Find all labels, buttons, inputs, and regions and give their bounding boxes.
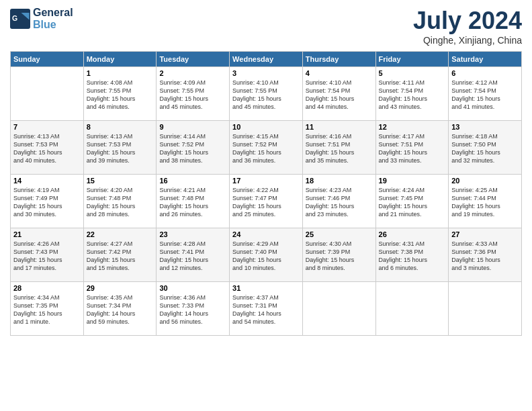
calendar-cell [375,282,449,336]
day-info: Sunrise: 4:10 AM Sunset: 7:55 PM Dayligh… [232,79,300,111]
day-info: Sunrise: 4:08 AM Sunset: 7:55 PM Dayligh… [87,79,154,111]
calendar-cell: 6Sunrise: 4:12 AM Sunset: 7:54 PM Daylig… [449,67,522,121]
calendar-cell: 13Sunrise: 4:18 AM Sunset: 7:50 PM Dayli… [449,121,522,175]
day-number: 19 [379,177,446,185]
calendar-cell: 2Sunrise: 4:09 AM Sunset: 7:55 PM Daylig… [157,67,230,121]
day-info: Sunrise: 4:15 AM Sunset: 7:52 PM Dayligh… [232,132,300,165]
day-info: Sunrise: 4:19 AM Sunset: 7:49 PM Dayligh… [13,186,81,219]
day-number: 24 [232,230,300,238]
day-info: Sunrise: 4:26 AM Sunset: 7:43 PM Dayligh… [13,240,81,273]
calendar-cell: 24Sunrise: 4:29 AM Sunset: 7:40 PM Dayli… [230,228,303,282]
calendar-cell: 18Sunrise: 4:23 AM Sunset: 7:46 PM Dayli… [302,175,375,228]
day-info: Sunrise: 4:20 AM Sunset: 7:48 PM Dayligh… [87,186,154,219]
day-info: Sunrise: 4:28 AM Sunset: 7:41 PM Dayligh… [159,240,226,273]
day-number: 10 [232,123,300,131]
calendar-cell: 20Sunrise: 4:25 AM Sunset: 7:44 PM Dayli… [449,175,522,228]
day-info: Sunrise: 4:34 AM Sunset: 7:35 PM Dayligh… [13,293,81,326]
day-number: 3 [232,69,300,77]
weekday-header-tuesday: Tuesday [157,52,230,67]
calendar-cell: 1Sunrise: 4:08 AM Sunset: 7:55 PM Daylig… [83,67,157,121]
day-info: Sunrise: 4:25 AM Sunset: 7:44 PM Dayligh… [451,186,519,219]
day-number: 30 [159,284,226,292]
day-number: 6 [451,69,519,77]
calendar-cell: 14Sunrise: 4:19 AM Sunset: 7:49 PM Dayli… [11,175,84,228]
day-number: 8 [87,123,154,131]
calendar-cell: 5Sunrise: 4:11 AM Sunset: 7:54 PM Daylig… [375,67,449,121]
calendar-cell: 26Sunrise: 4:31 AM Sunset: 7:38 PM Dayli… [375,228,449,282]
day-info: Sunrise: 4:35 AM Sunset: 7:34 PM Dayligh… [87,293,154,326]
calendar-cell: 17Sunrise: 4:22 AM Sunset: 7:47 PM Dayli… [230,175,303,228]
day-number: 4 [306,69,373,77]
calendar-cell: 16Sunrise: 4:21 AM Sunset: 7:48 PM Dayli… [157,175,230,228]
calendar-week-2: 7Sunrise: 4:13 AM Sunset: 7:53 PM Daylig… [11,121,522,175]
calendar-cell: 30Sunrise: 4:36 AM Sunset: 7:33 PM Dayli… [157,282,230,336]
day-number: 27 [451,230,519,238]
day-number: 17 [232,177,300,185]
calendar-cell: 25Sunrise: 4:30 AM Sunset: 7:39 PM Dayli… [302,228,375,282]
day-info: Sunrise: 4:17 AM Sunset: 7:51 PM Dayligh… [379,132,446,165]
day-number: 11 [306,123,373,131]
day-number: 18 [306,177,373,185]
weekday-header-friday: Friday [375,52,449,67]
day-info: Sunrise: 4:12 AM Sunset: 7:54 PM Dayligh… [451,79,519,111]
day-number: 26 [379,230,446,238]
calendar-cell: 9Sunrise: 4:14 AM Sunset: 7:52 PM Daylig… [157,121,230,175]
logo-icon: G [10,9,30,29]
day-info: Sunrise: 4:14 AM Sunset: 7:52 PM Dayligh… [159,132,226,165]
day-number: 15 [87,177,154,185]
day-number: 5 [379,69,446,77]
calendar-week-3: 14Sunrise: 4:19 AM Sunset: 7:49 PM Dayli… [11,175,522,228]
day-info: Sunrise: 4:37 AM Sunset: 7:31 PM Dayligh… [232,293,300,326]
day-number: 28 [13,284,81,292]
day-info: Sunrise: 4:29 AM Sunset: 7:40 PM Dayligh… [232,240,300,273]
calendar-cell: 11Sunrise: 4:16 AM Sunset: 7:51 PM Dayli… [302,121,375,175]
header: G General Blue July 2024 Qinghe, Xinjian… [10,7,522,46]
calendar-cell: 27Sunrise: 4:33 AM Sunset: 7:36 PM Dayli… [449,228,522,282]
weekday-header-monday: Monday [83,52,157,67]
day-info: Sunrise: 4:13 AM Sunset: 7:53 PM Dayligh… [13,132,81,165]
day-number: 29 [87,284,154,292]
day-number: 21 [13,230,81,238]
day-info: Sunrise: 4:10 AM Sunset: 7:54 PM Dayligh… [306,79,373,111]
calendar-week-1: 1Sunrise: 4:08 AM Sunset: 7:55 PM Daylig… [11,67,522,121]
day-info: Sunrise: 4:11 AM Sunset: 7:54 PM Dayligh… [379,79,446,111]
day-number: 13 [451,123,519,131]
month-title: July 2024 [413,7,522,35]
day-info: Sunrise: 4:23 AM Sunset: 7:46 PM Dayligh… [306,186,373,219]
day-number: 22 [87,230,154,238]
day-number: 20 [451,177,519,185]
location: Qinghe, Xinjiang, China [413,35,522,46]
day-info: Sunrise: 4:30 AM Sunset: 7:39 PM Dayligh… [306,240,373,273]
calendar-week-5: 28Sunrise: 4:34 AM Sunset: 7:35 PM Dayli… [11,282,522,336]
day-info: Sunrise: 4:13 AM Sunset: 7:53 PM Dayligh… [87,132,154,165]
logo-text: General Blue [33,7,73,30]
day-info: Sunrise: 4:22 AM Sunset: 7:47 PM Dayligh… [232,186,300,219]
calendar-cell [11,67,84,121]
day-number: 14 [13,177,81,185]
day-info: Sunrise: 4:27 AM Sunset: 7:42 PM Dayligh… [87,240,154,273]
weekday-header-sunday: Sunday [11,52,84,67]
calendar-cell: 15Sunrise: 4:20 AM Sunset: 7:48 PM Dayli… [83,175,157,228]
weekday-header-row: SundayMondayTuesdayWednesdayThursdayFrid… [11,52,522,67]
calendar-cell: 31Sunrise: 4:37 AM Sunset: 7:31 PM Dayli… [230,282,303,336]
calendar-cell: 21Sunrise: 4:26 AM Sunset: 7:43 PM Dayli… [11,228,84,282]
day-number: 12 [379,123,446,131]
day-number: 7 [13,123,81,131]
calendar-cell: 28Sunrise: 4:34 AM Sunset: 7:35 PM Dayli… [11,282,84,336]
calendar-cell: 3Sunrise: 4:10 AM Sunset: 7:55 PM Daylig… [230,67,303,121]
calendar-week-4: 21Sunrise: 4:26 AM Sunset: 7:43 PM Dayli… [11,228,522,282]
day-number: 16 [159,177,226,185]
calendar-cell: 4Sunrise: 4:10 AM Sunset: 7:54 PM Daylig… [302,67,375,121]
day-number: 31 [232,284,300,292]
day-info: Sunrise: 4:36 AM Sunset: 7:33 PM Dayligh… [159,293,226,326]
calendar-cell: 8Sunrise: 4:13 AM Sunset: 7:53 PM Daylig… [83,121,157,175]
calendar-cell: 19Sunrise: 4:24 AM Sunset: 7:45 PM Dayli… [375,175,449,228]
calendar-cell: 10Sunrise: 4:15 AM Sunset: 7:52 PM Dayli… [230,121,303,175]
day-number: 1 [87,69,154,77]
calendar-cell: 22Sunrise: 4:27 AM Sunset: 7:42 PM Dayli… [83,228,157,282]
title-area: July 2024 Qinghe, Xinjiang, China [413,7,522,46]
calendar-cell: 29Sunrise: 4:35 AM Sunset: 7:34 PM Dayli… [83,282,157,336]
day-info: Sunrise: 4:31 AM Sunset: 7:38 PM Dayligh… [379,240,446,273]
day-number: 25 [306,230,373,238]
weekday-header-saturday: Saturday [449,52,522,67]
